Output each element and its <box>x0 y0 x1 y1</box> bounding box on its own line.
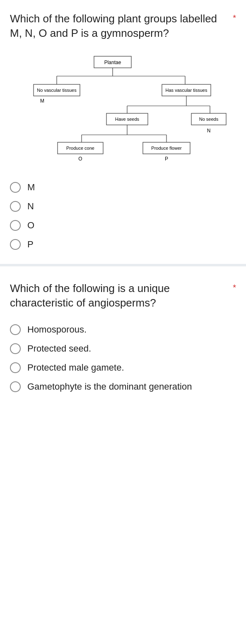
label-M: M <box>40 98 44 104</box>
label-have-seeds: Have seeds <box>115 117 140 122</box>
label-no-seeds: No seeds <box>199 117 219 122</box>
label-produce-flower: Produce flower <box>151 146 182 151</box>
required-star-2: * <box>233 282 236 293</box>
classification-diagram: Plantae No vascular tissues M Has vascul… <box>15 52 231 168</box>
radio-q2-b[interactable] <box>10 343 21 354</box>
label-no-vascular: No vascular tissues <box>37 88 77 93</box>
label-q2-a: Homosporous. <box>27 324 87 335</box>
option-q1-n[interactable]: N <box>10 197 236 216</box>
diagram-container: Plantae No vascular tissues M Has vascul… <box>10 52 236 168</box>
question-2-block: Which of the following is a unique chara… <box>0 264 246 406</box>
label-q2-d: Gametophyte is the dominant generation <box>27 381 192 392</box>
label-P: P <box>165 156 168 162</box>
radio-q2-d[interactable] <box>10 381 21 392</box>
required-star-1: * <box>233 12 236 24</box>
label-q2-c: Protected male gamete. <box>27 362 124 373</box>
label-N: N <box>207 128 211 134</box>
label-has-vascular: Has vascular tissues <box>166 88 207 93</box>
radio-q1-p[interactable] <box>10 239 21 250</box>
option-q1-m[interactable]: M <box>10 178 236 197</box>
option-q1-o[interactable]: O <box>10 216 236 235</box>
label-q1-o: O <box>27 220 34 231</box>
option-q1-p[interactable]: P <box>10 235 236 254</box>
label-q1-n: N <box>27 201 34 212</box>
question-2-text: Which of the following is a unique chara… <box>10 281 236 310</box>
label-q1-m: M <box>27 182 35 193</box>
option-q2-a[interactable]: Homosporous. <box>10 320 236 339</box>
option-q2-b[interactable]: Protected seed. <box>10 339 236 358</box>
radio-q1-o[interactable] <box>10 220 21 231</box>
label-q1-p: P <box>27 239 34 250</box>
question-1-text: Which of the following plant groups labe… <box>10 12 236 41</box>
question-2-options: Homosporous. Protected seed. Protected m… <box>10 320 236 396</box>
radio-q2-c[interactable] <box>10 362 21 373</box>
label-produce-cone: Produce cone <box>66 146 94 151</box>
option-q2-d[interactable]: Gametophyte is the dominant generation <box>10 377 236 396</box>
radio-q1-m[interactable] <box>10 182 21 193</box>
question-1-options: M N O P <box>10 178 236 254</box>
option-q2-c[interactable]: Protected male gamete. <box>10 358 236 377</box>
label-O: O <box>78 156 82 162</box>
radio-q1-n[interactable] <box>10 201 21 212</box>
question-1-block: Which of the following plant groups labe… <box>0 0 246 264</box>
label-q2-b: Protected seed. <box>27 343 91 354</box>
label-plantae: Plantae <box>104 60 121 65</box>
radio-q2-a[interactable] <box>10 324 21 335</box>
